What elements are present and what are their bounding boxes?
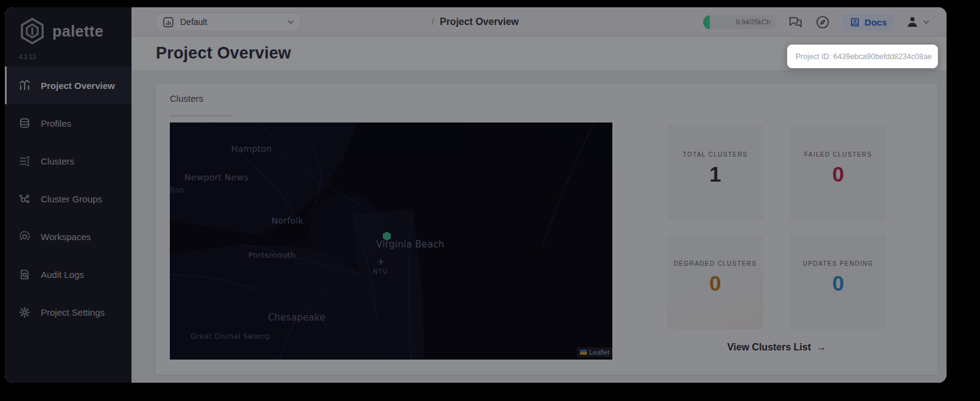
stat-label: DEGRADED CLUSTERS	[674, 260, 757, 267]
layers-stack-icon	[18, 117, 31, 130]
clusters-card: Clusters	[156, 83, 937, 375]
main-content: Clusters	[131, 70, 947, 383]
usage-badge: 0.94/25kCh	[703, 15, 776, 29]
breadcrumb-current: Project Overview	[439, 16, 519, 27]
page-title: Project Overview	[156, 44, 291, 63]
sidebar-item-label: Project Overview	[41, 80, 115, 91]
sidebar-nav: Project Overview Profiles Clusters	[5, 66, 131, 331]
book-icon	[850, 17, 860, 27]
clusters-card-title: Clusters	[170, 93, 203, 104]
stat-value: 0	[709, 271, 721, 296]
sidebar-item-project-overview[interactable]: Project Overview	[5, 66, 131, 104]
stat-value: 1	[709, 162, 721, 186]
project-id-tooltip: Project ID: 6439ebca90befdd8234c08ae	[787, 44, 938, 68]
map-attribution[interactable]: Leaflet	[577, 347, 612, 357]
ukraine-flag-icon	[580, 350, 587, 355]
view-clusters-list-label: View Clusters List	[727, 342, 811, 352]
airplane-icon: ✈	[373, 258, 388, 266]
sidebar-item-label: Profiles	[41, 118, 71, 129]
project-selector-value: Default	[180, 17, 281, 27]
chevron-down-icon	[923, 19, 929, 26]
sidebar-item-project-settings[interactable]: Project Settings	[5, 293, 131, 331]
stat-label: UPDATES PENDING	[803, 260, 873, 267]
sidebar-item-clusters[interactable]: Clusters	[5, 142, 131, 180]
clusters-tab-underline	[170, 115, 233, 116]
gear-icon	[18, 306, 31, 319]
breadcrumb: / Project Overview	[432, 7, 519, 37]
server-list-icon	[18, 155, 31, 168]
map-city-label: Newport News	[184, 172, 248, 182]
topbar: Default / Project Overview 0.94/25kCh	[131, 7, 947, 37]
chat-icon[interactable]	[787, 14, 803, 30]
stat-failed-clusters: FAILED CLUSTERS 0	[790, 125, 886, 221]
map-city-label-partial: llton	[170, 186, 184, 194]
bar-chart-icon	[18, 79, 31, 92]
audit-document-icon	[18, 268, 31, 281]
stat-updates-pending: UPDATES PENDING 0	[790, 235, 886, 329]
clusters-map[interactable]: Hampton Newport News llton Norfolk Virgi…	[170, 122, 612, 360]
sidebar-item-workspaces[interactable]: Workspaces	[5, 218, 131, 255]
logo[interactable]: palette	[18, 17, 103, 45]
sidebar-item-label: Cluster Groups	[41, 194, 102, 204]
usage-badge-text: 0.94/25kCh	[736, 18, 770, 26]
palette-logo-icon	[18, 17, 46, 45]
map-city-label: Chesapeake	[268, 312, 326, 323]
docs-button[interactable]: Docs	[842, 13, 895, 31]
orbit-icon	[18, 230, 31, 243]
project-id-text: Project ID: 6439ebca90befdd8234c08ae	[796, 52, 932, 61]
map-city-label: Hampton	[231, 144, 272, 154]
user-menu[interactable]	[906, 15, 929, 29]
app-name: palette	[52, 23, 103, 40]
map-city-label: Portsmouth	[248, 250, 296, 260]
sidebar: palette 4.2.13 Project Overview Profiles	[5, 7, 131, 383]
sidebar-item-label: Clusters	[41, 156, 74, 166]
sidebar-item-label: Workspaces	[41, 232, 91, 242]
airport-code: NTU	[373, 268, 388, 275]
topbar-actions: 0.94/25kCh Docs	[703, 7, 929, 37]
docs-button-label: Docs	[864, 17, 887, 27]
usage-progress-fill	[703, 15, 710, 29]
map-area-label: Great Dismal Swamp	[191, 332, 271, 341]
stat-value: 0	[832, 162, 844, 186]
user-icon	[906, 15, 919, 29]
stat-label: FAILED CLUSTERS	[804, 151, 872, 158]
stat-degraded-clusters: DEGRADED CLUSTERS 0	[667, 235, 763, 329]
view-clusters-list-link[interactable]: View Clusters List→	[667, 342, 886, 353]
map-city-label: Virginia Beach	[376, 239, 444, 250]
stat-label: TOTAL CLUSTERS	[683, 151, 748, 158]
chevron-down-icon	[287, 19, 294, 26]
stat-total-clusters: TOTAL CLUSTERS 1	[667, 125, 763, 221]
compass-icon[interactable]	[814, 14, 831, 30]
arrow-right-icon: →	[816, 342, 826, 352]
sidebar-item-label: Project Settings	[41, 307, 105, 318]
app-version: 4.2.13	[19, 54, 36, 60]
chart-tile-icon	[163, 16, 174, 28]
map-city-label: Norfolk	[271, 216, 303, 225]
sidebar-item-label: Audit Logs	[41, 269, 84, 280]
network-nodes-icon	[18, 193, 31, 205]
sidebar-item-cluster-groups[interactable]: Cluster Groups	[5, 180, 131, 218]
airport-marker: ✈ NTU	[373, 258, 388, 275]
sidebar-item-audit-logs[interactable]: Audit Logs	[5, 255, 131, 293]
breadcrumb-separator: /	[432, 16, 434, 27]
project-selector[interactable]: Default	[156, 13, 301, 31]
map-attribution-text: Leaflet	[589, 349, 609, 356]
stat-value: 0	[832, 271, 844, 296]
sidebar-item-profiles[interactable]: Profiles	[5, 104, 131, 142]
